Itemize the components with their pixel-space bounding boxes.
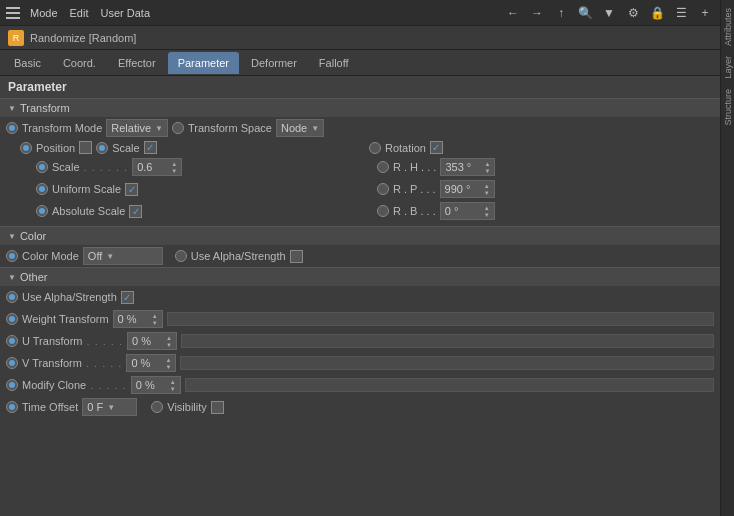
scale-radio[interactable] bbox=[96, 142, 108, 154]
time-offset-row: Time Offset 0 F ▼ Visibility bbox=[0, 396, 720, 418]
uniform-label: Uniform Scale bbox=[52, 183, 121, 195]
sidebar-tab-attributes[interactable]: Attributes bbox=[722, 4, 734, 50]
u-dots: . . . . . bbox=[87, 335, 124, 347]
dropdown-arrow: ▼ bbox=[155, 124, 163, 133]
rp-label: R . P . . . bbox=[393, 183, 436, 195]
v-transform-row: V Transform . . . . . 0 % ▲ ▼ bbox=[0, 352, 720, 374]
color-mode-dropdown[interactable]: Off ▼ bbox=[83, 247, 163, 265]
rp-radio[interactable] bbox=[377, 183, 389, 195]
v-input[interactable]: 0 % ▲ ▼ bbox=[126, 354, 176, 372]
transform-mode-row: Transform Mode Relative ▼ Transform Spac… bbox=[0, 117, 720, 139]
menu-mode[interactable]: Mode bbox=[30, 7, 58, 19]
weight-input[interactable]: 0 % ▲ ▼ bbox=[113, 310, 163, 328]
menu-edit[interactable]: Edit bbox=[70, 7, 89, 19]
absolute-checkbox[interactable] bbox=[129, 205, 142, 218]
u-slider[interactable] bbox=[181, 334, 714, 348]
scale2-radio[interactable] bbox=[36, 161, 48, 173]
top-bar-right: ← → ↑ 🔍 ▼ ⚙ 🔒 ☰ + bbox=[504, 4, 714, 22]
rp-input[interactable]: 990 ° ▲▼ bbox=[440, 180, 495, 198]
transform-mode-label: Transform Mode bbox=[22, 122, 102, 134]
color-mode-label: Color Mode bbox=[22, 250, 79, 262]
tabs-bar: Basic Coord. Effector Parameter Deformer… bbox=[0, 50, 720, 76]
color-mode-row: Color Mode Off ▼ Use Alpha/Strength bbox=[0, 245, 720, 267]
timeoffset-radio[interactable] bbox=[6, 401, 18, 413]
sidebar-tab-structure[interactable]: Structure bbox=[722, 85, 734, 130]
modify-input[interactable]: 0 % ▲ ▼ bbox=[131, 376, 181, 394]
up-icon[interactable]: ↑ bbox=[552, 4, 570, 22]
psr-header-row: Position Scale Rotation bbox=[0, 139, 720, 156]
absolute-label: Absolute Scale bbox=[52, 205, 125, 217]
menu-userdata[interactable]: User Data bbox=[101, 7, 151, 19]
color-group-header[interactable]: ▼ Color bbox=[0, 226, 720, 245]
position-label: Position bbox=[36, 142, 75, 154]
visibility-checkbox[interactable] bbox=[211, 401, 224, 414]
transform-group-header[interactable]: ▼ Transform bbox=[0, 98, 720, 117]
scale-checkbox[interactable] bbox=[144, 141, 157, 154]
other-alpha-checkbox[interactable] bbox=[121, 291, 134, 304]
menu-icon[interactable]: ☰ bbox=[672, 4, 690, 22]
position-checkbox[interactable] bbox=[79, 141, 92, 154]
uniform-radio[interactable] bbox=[36, 183, 48, 195]
weight-label: Weight Transform bbox=[22, 313, 109, 325]
weight-slider[interactable] bbox=[167, 312, 714, 326]
visibility-radio[interactable] bbox=[151, 401, 163, 413]
v-slider[interactable] bbox=[180, 356, 714, 370]
rh-input[interactable]: 353 ° ▲▼ bbox=[440, 158, 495, 176]
u-input[interactable]: 0 % ▲ ▼ bbox=[127, 332, 177, 350]
scale2-input[interactable]: 0.6 ▲▼ bbox=[132, 158, 182, 176]
rb-radio[interactable] bbox=[377, 205, 389, 217]
rotation-checkbox[interactable] bbox=[430, 141, 443, 154]
rp-arrows: ▲▼ bbox=[484, 183, 490, 196]
u-arrows: ▲ ▼ bbox=[166, 335, 172, 348]
object-icon: R bbox=[8, 30, 24, 46]
absolute-radio[interactable] bbox=[36, 205, 48, 217]
absolute-scale-row: Absolute Scale R . B . . . 0 ° ▲▼ bbox=[0, 200, 720, 222]
menu-bar: Mode Edit User Data bbox=[30, 7, 150, 19]
tab-coord[interactable]: Coord. bbox=[53, 52, 106, 74]
other-alpha-row: Use Alpha/Strength bbox=[0, 286, 720, 308]
filter-icon[interactable]: ▼ bbox=[600, 4, 618, 22]
hamburger-menu[interactable] bbox=[6, 7, 20, 19]
rb-input[interactable]: 0 ° ▲▼ bbox=[440, 202, 495, 220]
other-group-header[interactable]: ▼ Other bbox=[0, 267, 720, 286]
title-bar: R Randomize [Random] bbox=[0, 26, 720, 50]
back-icon[interactable]: ← bbox=[504, 4, 522, 22]
other-alpha-radio[interactable] bbox=[6, 291, 18, 303]
tab-falloff[interactable]: Falloff bbox=[309, 52, 359, 74]
tab-deformer[interactable]: Deformer bbox=[241, 52, 307, 74]
scale2-dots: . . . . . . bbox=[84, 161, 129, 173]
transform-space-radio[interactable] bbox=[172, 122, 184, 134]
u-radio[interactable] bbox=[6, 335, 18, 347]
weight-radio[interactable] bbox=[6, 313, 18, 325]
transform-mode-dropdown[interactable]: Relative ▼ bbox=[106, 119, 168, 137]
modify-radio[interactable] bbox=[6, 379, 18, 391]
position-radio[interactable] bbox=[20, 142, 32, 154]
scale2-label: Scale bbox=[52, 161, 80, 173]
other-triangle-icon: ▼ bbox=[8, 273, 16, 282]
modify-dots: . . . . . bbox=[90, 379, 127, 391]
rh-radio[interactable] bbox=[377, 161, 389, 173]
timeoffset-dropdown[interactable]: 0 F ▼ bbox=[82, 398, 137, 416]
settings-icon[interactable]: ⚙ bbox=[624, 4, 642, 22]
sidebar-tab-layer[interactable]: Layer bbox=[722, 52, 734, 83]
color-alpha-checkbox[interactable] bbox=[290, 250, 303, 263]
visibility-label: Visibility bbox=[167, 401, 207, 413]
forward-icon[interactable]: → bbox=[528, 4, 546, 22]
v-radio[interactable] bbox=[6, 357, 18, 369]
tab-effector[interactable]: Effector bbox=[108, 52, 166, 74]
transform-mode-radio[interactable] bbox=[6, 122, 18, 134]
add-icon[interactable]: + bbox=[696, 4, 714, 22]
tab-parameter[interactable]: Parameter bbox=[168, 52, 239, 74]
object-title: Randomize [Random] bbox=[30, 32, 136, 44]
uniform-checkbox[interactable] bbox=[125, 183, 138, 196]
rh-arrows: ▲▼ bbox=[484, 161, 490, 174]
search-icon[interactable]: 🔍 bbox=[576, 4, 594, 22]
color-alpha-radio[interactable] bbox=[175, 250, 187, 262]
rotation-radio[interactable] bbox=[369, 142, 381, 154]
tab-basic[interactable]: Basic bbox=[4, 52, 51, 74]
weight-transform-row: Weight Transform 0 % ▲ ▼ bbox=[0, 308, 720, 330]
color-mode-radio[interactable] bbox=[6, 250, 18, 262]
modify-slider[interactable] bbox=[185, 378, 714, 392]
lock-icon[interactable]: 🔒 bbox=[648, 4, 666, 22]
transform-space-dropdown[interactable]: Node ▼ bbox=[276, 119, 324, 137]
